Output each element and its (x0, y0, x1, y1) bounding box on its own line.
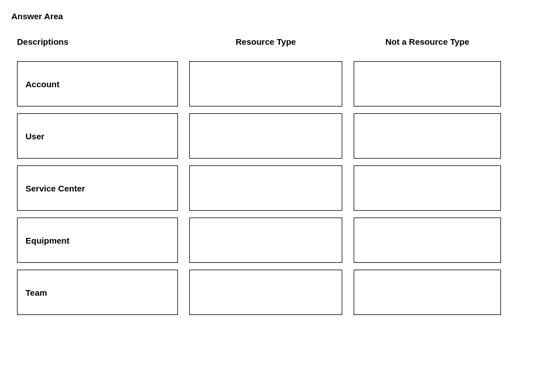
description-cell-team: Team (17, 270, 178, 315)
header-resource-type: Resource Type (184, 31, 348, 58)
resource-type-cell-team[interactable] (189, 270, 342, 315)
header-descriptions: Descriptions (11, 31, 184, 58)
resource-type-cell-user[interactable] (189, 113, 342, 159)
resource-type-cell-equipment[interactable] (189, 218, 342, 263)
description-cell-account: Account (17, 61, 178, 106)
answer-area: Answer Area Descriptions Resource Type N… (11, 11, 541, 318)
description-cell-service-center: Service Center (17, 165, 178, 211)
not-resource-type-cell-service-center[interactable] (354, 165, 501, 211)
answer-grid: Descriptions Resource Type Not a Resourc… (11, 31, 541, 318)
description-cell-equipment: Equipment (17, 218, 178, 263)
resource-type-cell-account[interactable] (189, 61, 342, 106)
not-resource-type-cell-account[interactable] (354, 61, 501, 106)
answer-area-title: Answer Area (11, 11, 541, 21)
resource-type-cell-service-center[interactable] (189, 165, 342, 211)
not-resource-type-cell-user[interactable] (354, 113, 501, 159)
not-resource-type-cell-equipment[interactable] (354, 218, 501, 263)
header-not-resource-type: Not a Resource Type (348, 31, 507, 58)
description-cell-user: User (17, 113, 178, 159)
not-resource-type-cell-team[interactable] (354, 270, 501, 315)
